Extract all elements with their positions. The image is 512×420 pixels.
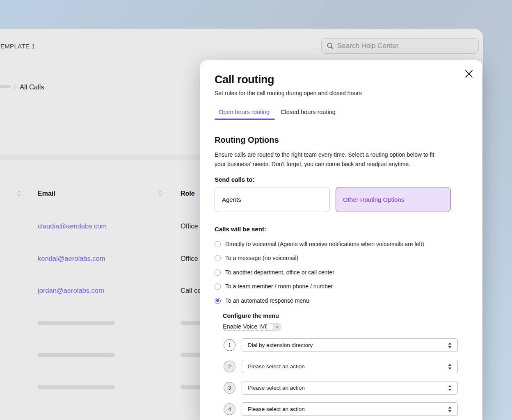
toggle-knob [267,324,274,331]
column-header-role[interactable]: Role [181,190,195,197]
routing-description-line: Ensure calls are routed to the right tea… [215,150,434,160]
send-calls-label: Send calls to: [215,176,255,183]
select-value: Please select an action [248,363,448,370]
active-tab-underline [215,119,275,120]
call-routing-modal: Call routing Set rules for the call rout… [200,60,482,420]
select-arrows-icon [448,342,452,348]
sort-icon[interactable] [158,190,162,196]
radio-label: To another department, office or call ce… [225,269,334,276]
configure-menu-heading: Configure the menu [223,313,279,319]
breadcrumb-separator: / [14,82,16,91]
breadcrumb-skeleton [0,85,11,88]
select-arrows-icon [448,385,452,391]
radio-option[interactable]: To another department, office or call ce… [215,269,334,276]
template-label: EMPLATE 1 [0,43,35,50]
sort-icon[interactable] [17,190,21,196]
step-action-select[interactable]: Please select an action [242,381,458,395]
radio-option[interactable]: Directly to voicemail (Agents will recei… [215,241,424,247]
step-number-badge: 1 [224,339,235,351]
skeleton-bar [38,353,115,357]
step-action-select[interactable]: Please select an action [242,360,458,373]
enable-voice-ivr-label: Enable Voice IVR [223,323,269,330]
routing-options-heading: Routing Options [215,135,279,145]
step-action-select[interactable]: Dial by extension directory [242,338,458,352]
radio-icon[interactable] [215,283,221,290]
radio-label: To a message (no voicemail) [225,255,298,261]
radio-option[interactable]: To a team member / room phone / number [215,283,333,290]
radio-icon[interactable] [215,255,221,261]
table-row-email[interactable]: jordan@aerolabs.com [38,287,104,294]
step-number-badge: 4 [224,403,235,415]
radio-icon[interactable] [215,269,221,276]
select-arrows-icon [448,364,452,370]
option-label: Other Routing Options [343,196,404,203]
search-icon [327,42,334,50]
tab-closed-hours-routing[interactable]: Closed hours routing [281,109,336,115]
table-row-email[interactable]: claudia@aerolabs.com [38,222,107,230]
column-header-email[interactable]: Email [38,190,55,197]
radio-option-selected[interactable]: To an automated response menu [215,297,309,304]
option-label: Agents [222,196,241,203]
help-center-search[interactable] [321,38,479,54]
skeleton-bar [38,321,115,325]
step-number-badge: 2 [224,361,235,372]
destination-option-agents[interactable]: Agents [215,187,330,212]
tabs-divider [200,120,482,120]
toggle-off-icon: ✕ [276,324,279,330]
radio-option[interactable]: To a message (no voicemail) [215,255,298,261]
table-row-role: Office [181,222,198,230]
table-row-role: Office [181,255,198,262]
destination-option-other-routing[interactable]: Other Routing Options [336,187,451,212]
radio-checked-icon[interactable] [215,298,221,304]
select-value: Please select an action [248,385,448,391]
search-input[interactable] [337,42,473,50]
close-icon[interactable] [464,69,473,78]
select-arrows-icon [448,406,452,412]
tab-open-hours-routing[interactable]: Open hours routing [219,109,270,115]
table-row-email[interactable]: kendal@aerolabs.com [38,255,105,262]
step-action-select[interactable]: Please select an action [242,402,458,416]
radio-label: Directly to voicemail (Agents will recei… [225,241,424,247]
skeleton-bar [38,385,115,389]
table-row-role: Call ce [181,287,201,294]
step-number-badge: 3 [224,382,235,394]
select-value: Please select an action [248,406,448,412]
radio-label: To a team member / room phone / number [225,283,333,290]
radio-icon[interactable] [215,241,221,247]
voice-ivr-toggle[interactable]: ✕ [266,323,281,331]
radio-label: To an automated response menu [225,297,309,304]
select-value: Dial by extension directory [248,342,448,348]
routing-description-line: your business' needs. Don't forget, you … [215,160,410,169]
breadcrumb[interactable]: All Calls [20,83,44,91]
modal-subtitle: Set rules for the call routing during op… [215,90,362,96]
modal-title: Call routing [215,73,274,86]
calls-sent-label: Calls will be sent: [215,226,266,233]
